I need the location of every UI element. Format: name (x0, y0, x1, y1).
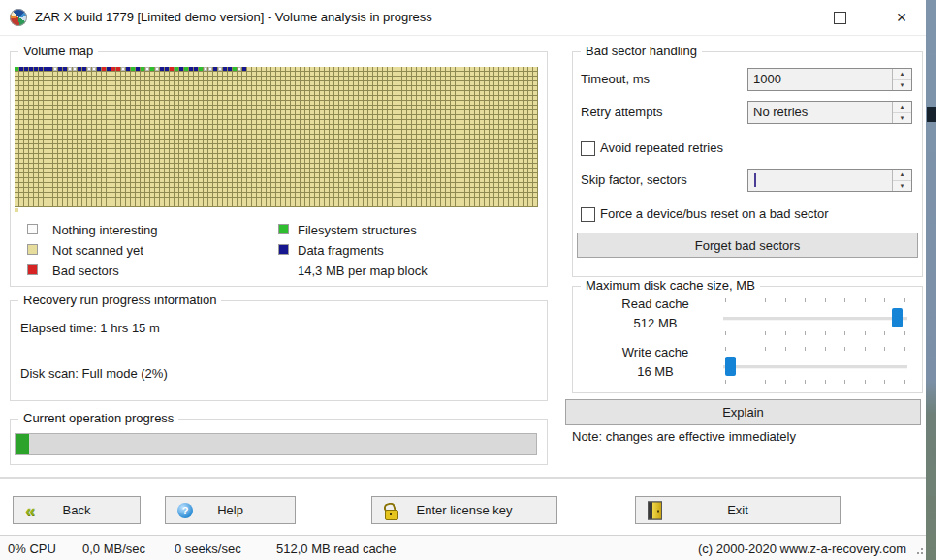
status-bar: 0% CPU 0,0 MB/sec 0 seeks/sec 512,0 MB r… (0, 535, 926, 560)
legend-swatch-filesystem (278, 224, 289, 234)
disk-cache-group-label: Maximum disk cache size, MB (581, 278, 760, 293)
maximize-button[interactable] (823, 4, 856, 31)
timeout-label: Timeout, ms (581, 72, 650, 86)
legend-label-nothing: Nothing interesting (52, 223, 157, 237)
status-seeks: 0 seeks/sec (175, 542, 241, 556)
legend-swatch-nothing (27, 224, 38, 234)
bad-sector-group-label: Bad sector handling (581, 44, 702, 58)
app-icon (10, 9, 27, 26)
lock-icon (384, 503, 397, 518)
cache-note-text: Note: changes are effective immediately (572, 429, 796, 444)
enter-license-key-label: Enter license key (417, 503, 513, 517)
back-button-label: Back (63, 503, 91, 517)
footer-divider (0, 477, 926, 479)
legend-label-bad: Bad sectors (52, 264, 119, 278)
volume-map-group: Volume map Nothing interesting Not scann… (10, 51, 548, 287)
progress-bar (15, 433, 537, 455)
title-bar: ZAR X build 1779 [Limited demo version] … (0, 0, 926, 36)
skip-factor-label: Skip factor, sectors (581, 172, 687, 187)
read-cache-track[interactable] (723, 317, 907, 320)
spin-up-icon: ▲ (900, 104, 905, 109)
help-button-label: Help (217, 503, 243, 517)
help-button[interactable]: ? Help (165, 496, 296, 524)
window-title: ZAR X build 1779 [Limited demo version] … (35, 10, 432, 24)
exit-door-icon (648, 501, 662, 519)
retry-input[interactable]: No retries (748, 102, 892, 123)
disk-scan-text: Disk scan: Full mode (2%) (20, 366, 168, 381)
exit-button-label: Exit (727, 503, 748, 517)
elapsed-time-text: Elapsed time: 1 hrs 15 m (20, 321, 160, 335)
resize-grip[interactable] (913, 544, 923, 554)
write-cache-value: 16 MB (602, 364, 709, 379)
slider-ticks (725, 347, 905, 351)
timeout-up-button[interactable]: ▲ (893, 69, 911, 80)
explain-button-label: Explain (722, 405, 764, 420)
slider-ticks (725, 380, 905, 384)
map-block-size-note: 14,3 MB per map block (298, 264, 428, 278)
retry-label: Retry attempts (581, 105, 663, 119)
recovery-progress-group-label: Recovery run progress information (18, 293, 221, 307)
status-cpu: 0% CPU (8, 542, 56, 556)
status-copyright: (c) 2000-2020 www.z-a-recovery.com (698, 542, 906, 556)
maximize-icon (834, 12, 846, 24)
app-window: ZAR X build 1779 [Limited demo version] … (0, 0, 952, 560)
read-cache-value: 512 MB (602, 316, 709, 330)
force-reset-checkbox[interactable] (581, 207, 595, 222)
volume-map-grid (15, 67, 538, 207)
read-cache-slider[interactable] (723, 296, 907, 337)
slider-ticks (725, 298, 905, 302)
skip-down-button[interactable]: ▼ (893, 181, 911, 192)
bad-sector-group: Bad sector handling Timeout, ms 1000 ▲ ▼… (572, 51, 923, 277)
legend-swatch-bad (27, 264, 38, 275)
back-button[interactable]: « Back (13, 496, 141, 524)
write-cache-thumb[interactable] (725, 357, 736, 376)
skip-up-button[interactable]: ▲ (893, 170, 911, 181)
screen-edge-strip (926, 0, 936, 560)
exit-button[interactable]: Exit (635, 496, 841, 524)
explain-button[interactable]: Explain (565, 399, 921, 425)
skip-factor-spinner: ▲ ▼ (747, 169, 912, 192)
skip-factor-input[interactable] (748, 170, 892, 191)
legend-swatch-data (278, 244, 289, 255)
write-cache-track[interactable] (723, 365, 907, 368)
retry-up-button[interactable]: ▲ (893, 102, 911, 113)
recovery-progress-group: Recovery run progress information Elapse… (10, 300, 548, 401)
write-cache-label: Write cache (602, 345, 709, 359)
disk-cache-group: Maximum disk cache size, MB Read cache 5… (572, 286, 923, 393)
forget-bad-sectors-label: Forget bad sectors (695, 238, 800, 253)
help-icon: ? (177, 503, 193, 518)
forget-bad-sectors-button[interactable]: Forget bad sectors (577, 233, 918, 258)
text-caret (754, 173, 756, 187)
slider-ticks (725, 331, 905, 335)
timeout-input[interactable]: 1000 (748, 69, 892, 90)
timeout-spinner: 1000 ▲ ▼ (747, 68, 912, 91)
spin-up-icon: ▲ (900, 171, 905, 177)
read-cache-thumb[interactable] (892, 308, 903, 327)
status-throughput: 0,0 MB/sec (82, 542, 145, 556)
avoid-retries-label: Avoid repeated retries (600, 140, 723, 155)
retry-down-button[interactable]: ▼ (893, 113, 911, 124)
write-cache-slider[interactable] (723, 345, 907, 386)
spin-down-icon: ▼ (900, 82, 905, 88)
legend-label-data: Data fragments (298, 243, 384, 258)
legend-swatch-unscanned (27, 244, 38, 255)
back-icon: « (25, 503, 36, 518)
retry-spinner: No retries ▲ ▼ (747, 101, 912, 124)
operation-progress-group-label: Current operation progress (18, 411, 178, 425)
panel-divider (555, 47, 555, 477)
read-cache-label: Read cache (602, 296, 709, 311)
operation-progress-group: Current operation progress (10, 419, 548, 465)
volume-map-group-label: Volume map (18, 44, 98, 58)
close-icon: × (897, 9, 907, 26)
close-button[interactable]: × (885, 4, 918, 31)
progress-bar-fill (16, 434, 29, 454)
status-read-cache: 512,0 MB read cache (276, 542, 397, 556)
spin-down-icon: ▼ (900, 115, 905, 121)
enter-license-key-button[interactable]: Enter license key (371, 496, 557, 524)
timeout-down-button[interactable]: ▼ (893, 80, 911, 91)
spin-up-icon: ▲ (900, 71, 905, 77)
legend-label-unscanned: Not scanned yet (52, 243, 143, 258)
legend-label-filesystem: Filesystem structures (298, 223, 417, 237)
spin-down-icon: ▼ (900, 183, 905, 189)
avoid-retries-checkbox[interactable] (581, 141, 595, 156)
